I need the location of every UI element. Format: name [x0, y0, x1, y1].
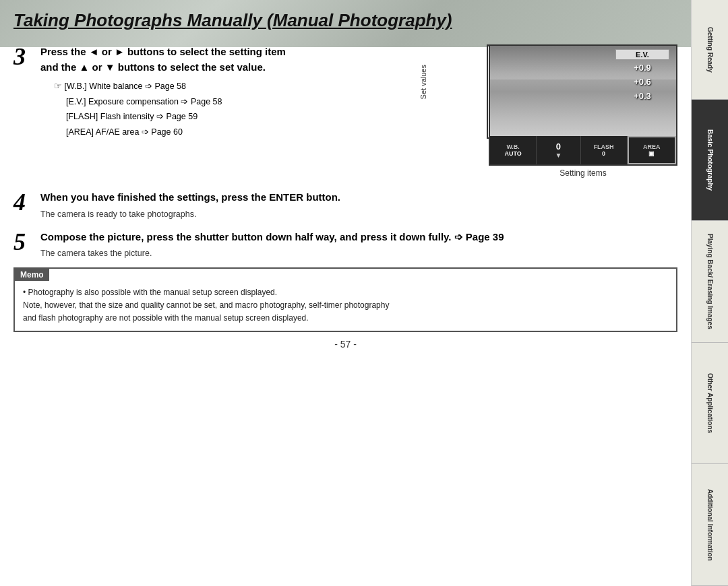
step-3-arrow-right: ► — [115, 46, 127, 57]
sidebar-tab-basic-photography-label: Basic Photography — [706, 129, 715, 191]
step-4: 4 When you have finished the settings, p… — [13, 190, 677, 219]
ctrl-flash: FLASH 0 — [581, 136, 628, 164]
step-3-detail-indent2: [FLASH] Flash intensity ➩ Page 59 — [66, 112, 198, 121]
right-sidebar: Getting Ready Basic Photography Playing … — [691, 0, 728, 586]
ctrl-wb-top: W.B. — [506, 143, 520, 150]
page-title: Taking Photographs Manually (Manual Phot… — [0, 0, 691, 38]
ctrl-flash-top: FLASH — [594, 143, 614, 150]
ctrl-area-top: AREA — [643, 143, 661, 150]
diagram-box: E.V. +0.9 +0.6 +0.3 W.B. AUTO — [489, 44, 677, 166]
step-3-title-part2: buttons to select the setting item — [127, 46, 286, 57]
step-3: 3 Press the ◄ or ► buttons to select the… — [13, 44, 677, 178]
step-3-or1: or — [102, 46, 112, 57]
ev-val-1: +0.9 — [615, 61, 669, 75]
step-3-content: Press the ◄ or ► buttons to select the s… — [40, 44, 438, 139]
page-number: - 57 - — [13, 339, 677, 350]
sidebar-tab-additional-info[interactable]: Additional Information — [692, 464, 728, 586]
step-4-title: When you have finished the settings, pre… — [40, 190, 677, 205]
ctrl-center: 0 ▼ — [537, 136, 580, 164]
ev-values: +0.9 +0.6 +0.3 — [615, 61, 669, 103]
step-3-detail-indent3: [AREA] AF/AE area ➩ Page 60 — [66, 127, 183, 137]
sidebar-tab-other-applications-label: Other Applications — [706, 373, 715, 433]
memo-body: • Photography is also possible with the … — [15, 281, 676, 331]
memo-line-3: and flash photography are not possible w… — [23, 313, 309, 323]
main-content: Taking Photographs Manually (Manual Phot… — [0, 0, 691, 586]
ev-display: E.V. +0.9 +0.6 +0.3 — [615, 49, 669, 103]
ev-val-3: +0.3 — [615, 90, 669, 104]
step-3-arrow-down-icon: ▼ — [105, 61, 118, 73]
sidebar-tab-getting-ready-label: Getting Ready — [706, 27, 715, 73]
sidebar-tab-other-applications[interactable]: Other Applications — [692, 343, 728, 465]
ctrl-area: AREA ▣ — [628, 136, 676, 164]
step-5-title: Compose the picture, press the shutter b… — [40, 230, 677, 245]
step-5-content: Compose the picture, press the shutter b… — [40, 230, 677, 259]
step-4-number: 4 — [13, 190, 34, 214]
ctrl-flash-bottom: 0 — [602, 150, 605, 157]
step-3-detail-1: [W.B.] White balance ➩ Page 58 — [64, 82, 186, 91]
step-5-sub: The camera takes the picture. — [40, 249, 677, 258]
sidebar-tab-playing-back[interactable]: Playing Back/ Erasing Images — [692, 221, 728, 343]
step-3-number: 3 — [13, 44, 34, 69]
step-3-arrow-up: ▲ — [80, 61, 92, 73]
ctrl-center-arrow: ▼ — [555, 152, 562, 159]
step-3-press-text: Press the — [40, 46, 86, 57]
setting-items-label: Setting items — [489, 168, 677, 178]
step-3-arrow-left: ◄ — [89, 46, 102, 57]
controls-bar: W.B. AUTO 0 ▼ FLASH 0 — [490, 136, 676, 164]
step-3-title: Press the ◄ or ► buttons to select the s… — [40, 44, 438, 75]
step-5: 5 Compose the picture, press the shutter… — [13, 230, 677, 259]
ev-label: E.V. — [615, 49, 669, 60]
memo-box: Memo • Photography is also possible with… — [13, 267, 677, 332]
content-area: 3 Press the ◄ or ► buttons to select the… — [0, 38, 691, 363]
set-values-label: Set values — [419, 65, 427, 99]
ev-val-2: +0.6 — [615, 75, 669, 90]
ctrl-wb: W.B. AUTO — [490, 136, 537, 164]
step-3-and-text: and the — [40, 61, 76, 73]
step-4-sub: The camera is ready to take photographs. — [40, 209, 677, 219]
step-3-detail-indent: [E.V.] Exposure compensation ➩ Page 58 — [66, 97, 222, 106]
step-3-title-line2-part2: buttons to select the set value. — [118, 61, 266, 73]
ctrl-center-value: 0 — [556, 141, 561, 152]
ctrl-area-bottom: ▣ — [648, 150, 655, 157]
memo-icon: ☞ — [54, 82, 64, 91]
sidebar-tab-additional-info-label: Additional Information — [706, 489, 715, 561]
memo-line-2: Note, however, that the size and quality… — [23, 300, 389, 310]
step-4-content: When you have finished the settings, pre… — [40, 190, 677, 219]
ctrl-wb-bottom: AUTO — [504, 150, 521, 157]
sidebar-tab-basic-photography[interactable]: Basic Photography — [692, 100, 728, 222]
sidebar-tab-playing-back-label: Playing Back/ Erasing Images — [706, 234, 715, 329]
camera-diagram-wrapper: Set values E.V. +0.9 +0.6 — [452, 44, 677, 178]
step-3-or2: or — [92, 61, 102, 73]
step-5-number: 5 — [13, 230, 34, 254]
step-3-text: 3 Press the ◄ or ► buttons to select the… — [13, 44, 438, 139]
memo-header: Memo — [15, 269, 49, 281]
camera-diagram: E.V. +0.9 +0.6 +0.3 W.B. AUTO — [489, 44, 677, 178]
memo-line-1: • Photography is also possible with the … — [23, 288, 277, 297]
step-3-details: ☞ [W.B.] White balance ➩ Page 58 [E.V.] … — [54, 79, 438, 139]
sidebar-tab-getting-ready[interactable]: Getting Ready — [692, 0, 728, 100]
